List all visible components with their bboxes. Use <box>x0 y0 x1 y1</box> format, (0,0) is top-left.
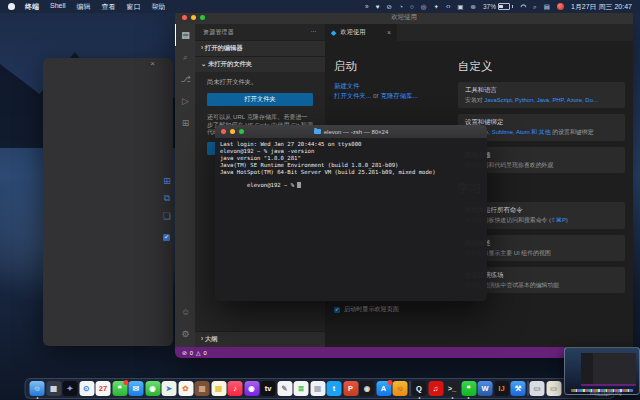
dock-item[interactable] <box>527 381 528 396</box>
terminal-output[interactable]: Last login: Wed Jan 27 20:44:45 on ttys0… <box>215 138 487 301</box>
user-avatar[interactable] <box>557 3 564 10</box>
dock-item[interactable]: ⊙ <box>79 381 94 396</box>
menu-item[interactable]: 编辑 <box>77 2 91 12</box>
welcome-card[interactable]: 工具和语言 安装对 JavaScript, Python, Java, PHP,… <box>458 82 625 108</box>
control-center-icon[interactable]: ▤ <box>544 3 550 11</box>
dock-item[interactable]: A <box>376 381 391 396</box>
battery-indicator[interactable]: 37% <box>483 3 514 10</box>
dock-item[interactable]: ▦ <box>46 381 61 396</box>
no-folder-section[interactable]: ⌄ 未打开的文件夹 <box>195 56 325 72</box>
card-title: 工具和语言 <box>465 86 618 95</box>
status-icon[interactable]: ▣ <box>457 3 463 11</box>
status-icon[interactable]: ⊗ <box>470 3 475 11</box>
menu-item[interactable]: 帮助 <box>152 2 166 12</box>
dock-item-glyph: ✿ <box>182 384 188 393</box>
dock-item[interactable] <box>409 381 410 396</box>
activity-bar-icon[interactable]: ⎇ <box>175 68 195 90</box>
activity-bar-icon[interactable]: ⊞ <box>175 112 195 134</box>
new-file-link[interactable]: 新建文件 <box>334 82 360 89</box>
menu-item[interactable]: 查看 <box>102 2 116 12</box>
menu-item[interactable]: 终端 <box>25 2 39 12</box>
dock-item[interactable]: P <box>343 381 358 396</box>
dock-item[interactable]: ▭ <box>546 381 561 396</box>
status-icon[interactable]: ⊘ <box>387 3 392 11</box>
activity-bar-bottom-icon[interactable]: ☺ <box>175 301 195 323</box>
dialog-tool-icon[interactable]: ⧉ <box>163 193 171 204</box>
editor-tab-bar: ◆ 欢迎使用 × <box>325 24 633 41</box>
status-icon[interactable]: ‹› <box>446 3 450 11</box>
card-desc-link[interactable]: Vim, Sublime, Atom 和 其他 <box>478 129 550 135</box>
dock-item[interactable]: ⚒ <box>511 381 526 396</box>
screen-preview-window[interactable] <box>564 347 640 395</box>
dock-item[interactable]: >_ <box>445 381 460 396</box>
dock-item-glyph: ♫ <box>433 384 439 393</box>
dock-item[interactable]: ❝ <box>112 381 127 396</box>
activity-bar-bottom-icon[interactable]: ⚙ <box>175 323 195 345</box>
checkbox-icon[interactable]: ✔ <box>334 307 340 313</box>
open-editors-section[interactable]: › 打开的编辑器 <box>195 40 325 56</box>
activity-bar-icon[interactable]: ▷ <box>175 90 195 112</box>
tab-label: 欢迎使用 <box>340 28 383 37</box>
start-heading: 启动 <box>334 59 418 74</box>
dialog-tool-icon[interactable]: ⊞ <box>163 176 171 186</box>
dock-item[interactable]: ✦ <box>63 381 78 396</box>
menu-item[interactable]: Shell <box>50 2 66 12</box>
tab-welcome[interactable]: ◆ 欢迎使用 × <box>325 24 397 41</box>
dock-item[interactable]: IJ <box>494 381 509 396</box>
dialog-checkbox[interactable]: ✔ <box>163 234 170 241</box>
dock-item[interactable]: ✎ <box>277 381 292 396</box>
dock-item[interactable]: ✉ <box>129 381 144 396</box>
dock-item[interactable]: W <box>478 381 493 396</box>
battery-percent-label: 37% <box>483 3 496 10</box>
dock-item-glyph: ◉ <box>149 384 156 393</box>
show-welcome-checkbox[interactable]: ✔ 启动时显示欢迎页面 <box>334 305 399 314</box>
dock-item[interactable]: ❝ <box>461 381 476 396</box>
card-desc-link[interactable]: JavaScript, Python, Java, PHP, Azure, Do… <box>484 97 598 103</box>
dock-item[interactable]: t <box>327 381 342 396</box>
menu-clock[interactable]: 1月27日 周三 20:47 <box>571 2 632 12</box>
wifi-icon[interactable]: ◠ <box>520 3 526 11</box>
dock-item[interactable]: ▤ <box>211 381 226 396</box>
status-icon[interactable]: » <box>365 3 369 11</box>
dialog-tool-icon[interactable]: ❏ <box>163 211 171 221</box>
dock-item[interactable]: ≣ <box>294 381 309 396</box>
status-icon[interactable]: ♥ <box>376 3 380 11</box>
dock-item[interactable]: ➤ <box>162 381 177 396</box>
dock-item[interactable]: ☺ <box>30 381 45 396</box>
open-folder-button[interactable]: 打开文件夹 <box>207 93 313 106</box>
background-dialog-window[interactable]: × ⊞ ⧉ ❏ ✔ <box>43 58 173 346</box>
dock-item[interactable]: ♪ <box>228 381 243 396</box>
status-icon[interactable]: ✦ <box>434 3 439 11</box>
dock-item[interactable]: tv <box>261 381 276 396</box>
dock-item[interactable]: ◉ <box>360 381 375 396</box>
dock-item[interactable]: ♫ <box>428 381 443 396</box>
terminal-titlebar[interactable]: elevon — -zsh — 80×24 <box>215 125 487 138</box>
status-icon[interactable]: ◎ <box>421 3 427 11</box>
dock-item[interactable]: ◉ <box>244 381 259 396</box>
terminal-window[interactable]: elevon — -zsh — 80×24 Last login: Wed Ja… <box>215 125 487 301</box>
dock-item[interactable]: Q <box>412 381 427 396</box>
dock-item-glyph: ✦ <box>67 384 73 393</box>
apple-menu-icon[interactable] <box>8 3 15 10</box>
activity-bar-icon[interactable]: ▤ <box>175 24 195 46</box>
dock-item[interactable]: ▤ <box>310 381 325 396</box>
dock-item[interactable]: ▩ <box>195 381 210 396</box>
clone-repo-link[interactable]: 克隆存储库... <box>381 92 418 99</box>
status-icon[interactable]: ○ <box>410 3 414 11</box>
dock-item[interactable]: ✿ <box>178 381 193 396</box>
tab-close-icon[interactable]: × <box>387 29 391 36</box>
search-icon[interactable]: ⌕ <box>533 3 537 11</box>
close-icon[interactable]: × <box>150 59 155 68</box>
outline-section[interactable]: › 大纲 <box>195 331 325 347</box>
card-desc-link[interactable]: ⇧⌘P <box>551 217 566 223</box>
more-actions-icon[interactable]: ⋯ <box>311 28 317 37</box>
dock-item[interactable]: ☺ <box>393 381 408 396</box>
menu-item[interactable]: 窗口 <box>127 2 141 12</box>
dock-item[interactable]: ▭ <box>530 381 545 396</box>
dock-item[interactable]: 27 <box>96 381 111 396</box>
status-icon[interactable]: ◔ <box>399 3 403 11</box>
open-folder-link[interactable]: 打开文件夹... <box>334 92 371 99</box>
dock-item[interactable]: ◉ <box>145 381 160 396</box>
activity-bar-icon[interactable]: ⌕ <box>175 46 195 68</box>
terminal-prompt: elevon@192 ~ % <box>247 182 298 188</box>
